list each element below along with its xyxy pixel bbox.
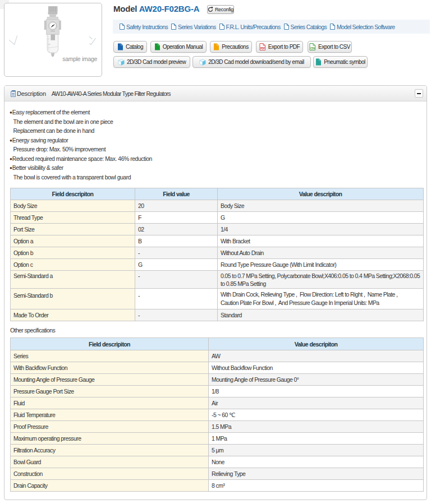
svg-text:PDF: PDF xyxy=(260,47,265,50)
